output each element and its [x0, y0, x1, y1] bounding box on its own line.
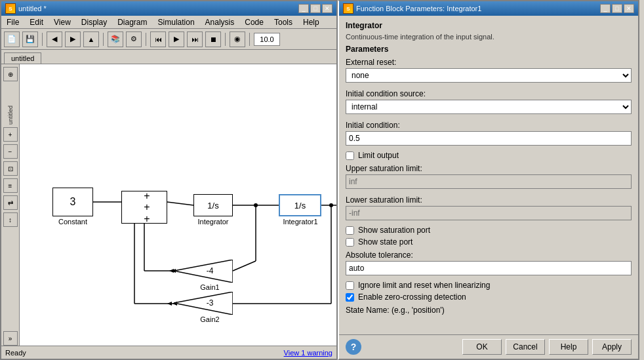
external-reset-label: External reset:: [346, 58, 632, 67]
simulink-title: untitled *: [18, 5, 47, 12]
diagram-canvas[interactable]: 3 Constant +++ 1/s Integrator 1/s Integr…: [20, 64, 336, 346]
show-sat-port-label: Show saturation port: [358, 226, 430, 235]
show-sat-port-checkbox[interactable]: [346, 226, 354, 235]
help-button[interactable]: Help: [549, 339, 588, 355]
separator-4: [225, 33, 226, 46]
ignore-limit-checkbox[interactable]: [346, 281, 354, 290]
menu-edit[interactable]: Edit: [27, 18, 46, 27]
sim-time-input[interactable]: [254, 33, 280, 46]
expand-btn[interactable]: »: [3, 331, 18, 346]
run-button[interactable]: ▶: [169, 31, 184, 47]
run-fast-button[interactable]: ⏮: [150, 31, 166, 47]
save-button[interactable]: 💾: [22, 31, 38, 47]
gain1-value: -4: [207, 266, 214, 275]
menu-view[interactable]: View: [51, 18, 73, 27]
apply-button[interactable]: Apply: [592, 339, 632, 355]
debug-button[interactable]: ◉: [230, 31, 245, 47]
gain2-block[interactable]: -3: [174, 292, 233, 315]
forward-button[interactable]: ▶: [65, 31, 81, 47]
ignore-limit-label: Ignore limit and reset when linearizing: [358, 281, 490, 290]
sum-signs: +++: [138, 190, 150, 225]
parameters-section: Parameters: [346, 45, 632, 54]
simulink-app-icon: S: [5, 3, 16, 14]
dialog-minimize-button[interactable]: _: [600, 4, 611, 13]
settings-button[interactable]: ⚙: [126, 31, 142, 47]
show-state-port-checkbox[interactable]: [346, 238, 354, 247]
initial-condition-source-select[interactable]: internal: [346, 100, 632, 114]
state-name-label: State Name: (e.g., 'position'): [346, 306, 632, 315]
sum-block[interactable]: +++: [121, 191, 167, 224]
close-button[interactable]: ✕: [322, 4, 332, 13]
limit-output-row: Limit output: [346, 151, 632, 160]
show-state-port-row: Show state port: [346, 237, 632, 247]
menu-analysis[interactable]: Analysis: [203, 18, 237, 27]
gain2-label: Gain2: [187, 315, 233, 323]
ignore-limit-row: Ignore limit and reset when linearizing: [346, 281, 632, 290]
enable-zero-crossing-row: Enable zero-crossing detection: [346, 292, 632, 302]
integrator-block[interactable]: 1/s: [193, 194, 233, 216]
breadcrumb-home[interactable]: ⊕: [3, 67, 18, 81]
dialog-title: Function Block Parameters: Integrator1: [356, 5, 481, 12]
menu-help[interactable]: Help: [300, 18, 322, 27]
external-reset-select[interactable]: none: [346, 68, 632, 83]
tab-untitled[interactable]: untitled: [4, 52, 41, 64]
integrator-value: 1/s: [207, 201, 218, 210]
constant-block[interactable]: 3: [52, 188, 93, 216]
lower-sat-input[interactable]: [346, 206, 632, 220]
limit-output-label: Limit output: [358, 151, 399, 160]
show-state-port-label: Show state port: [358, 237, 413, 247]
zoom-in-btn[interactable]: +: [3, 127, 18, 142]
initial-condition-input[interactable]: [346, 131, 632, 146]
dialog-title-bar: S Function Block Parameters: Integrator1…: [339, 1, 638, 16]
ok-button[interactable]: OK: [462, 339, 502, 355]
abs-tol-input[interactable]: [346, 261, 632, 275]
upper-sat-input[interactable]: [346, 174, 632, 189]
constant-value: 3: [70, 196, 76, 208]
svg-marker-22: [169, 269, 174, 273]
gain1-block[interactable]: -4: [174, 260, 233, 283]
dialog-app-icon: S: [343, 3, 353, 14]
left-sidebar: ⊕ untitled + − ⊡ ≡ ⇄ ↕ »: [1, 64, 20, 346]
block-type-label: Integrator: [346, 21, 632, 30]
cancel-button[interactable]: Cancel: [506, 339, 545, 355]
integrator-label: Integrator: [193, 218, 233, 226]
abs-tol-label: Absolute tolerance:: [346, 250, 632, 260]
zoom-out-btn[interactable]: −: [3, 144, 18, 159]
menu-display[interactable]: Display: [79, 18, 110, 27]
integrator1-block[interactable]: 1/s: [279, 194, 321, 216]
canvas-area: ⊕ untitled + − ⊡ ≡ ⇄ ↕ »: [1, 64, 336, 346]
show-sat-port-row: Show saturation port: [346, 226, 632, 235]
library-button[interactable]: 📚: [108, 31, 123, 47]
dialog-footer: ? OK Cancel Help Apply: [339, 334, 638, 359]
constant-label: Constant: [52, 218, 93, 226]
menu-code[interactable]: Code: [242, 18, 266, 27]
minimize-button[interactable]: _: [298, 4, 309, 13]
maximize-button[interactable]: □: [310, 4, 321, 13]
new-button[interactable]: 📄: [4, 31, 20, 47]
warning-link[interactable]: View 1 warning: [284, 349, 332, 357]
integrator1-label: Integrator1: [277, 218, 323, 226]
enable-zero-crossing-checkbox[interactable]: [346, 293, 354, 302]
menu-tools[interactable]: Tools: [272, 18, 295, 27]
svg-marker-24: [167, 302, 172, 306]
svg-marker-25: [174, 260, 233, 283]
dialog-close-button[interactable]: ✕: [624, 4, 634, 13]
fit-btn[interactable]: ⊡: [3, 161, 18, 176]
gain1-label: Gain1: [187, 283, 233, 291]
step-button[interactable]: ⏭: [187, 31, 203, 47]
status-bar: Ready View 1 warning: [1, 346, 336, 359]
menu-file[interactable]: File: [4, 18, 22, 27]
up-button[interactable]: ▲: [83, 31, 99, 47]
tool3-btn[interactable]: ↕: [3, 212, 18, 227]
stop-button[interactable]: ⏹: [205, 31, 221, 47]
toolbar: 📄 💾 ◀ ▶ ▲ 📚 ⚙ ⏮ ▶ ⏭ ⏹ ◉: [1, 29, 336, 50]
back-button[interactable]: ◀: [47, 31, 62, 47]
limit-output-checkbox[interactable]: [346, 151, 354, 160]
menu-simulation[interactable]: Simulation: [155, 18, 197, 27]
simulink-title-bar: S untitled * _ □ ✕: [1, 1, 336, 16]
menu-diagram[interactable]: Diagram: [115, 18, 150, 27]
help-icon[interactable]: ?: [346, 339, 361, 355]
dialog-maximize-button[interactable]: □: [612, 4, 622, 13]
tool1-btn[interactable]: ≡: [3, 178, 18, 193]
tool2-btn[interactable]: ⇄: [3, 195, 18, 210]
